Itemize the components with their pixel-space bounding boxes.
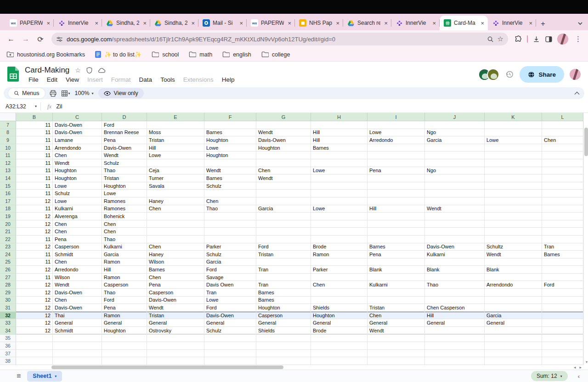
- row-header-26[interactable]: 26: [0, 266, 16, 274]
- cell-F25[interactable]: Garcia: [204, 258, 256, 266]
- cell-H36[interactable]: [311, 342, 368, 350]
- version-history-icon[interactable]: [505, 70, 514, 79]
- cell-E21[interactable]: [147, 228, 204, 236]
- zoom-select[interactable]: 100% ▾: [75, 90, 94, 96]
- cell-E17[interactable]: Haney: [147, 197, 204, 205]
- row-header-8[interactable]: 8: [0, 129, 16, 137]
- cell-G37[interactable]: [256, 350, 311, 358]
- cell-K23[interactable]: Schultz: [485, 243, 542, 251]
- print-icon[interactable]: [50, 90, 57, 97]
- cell-D21[interactable]: Chen: [102, 228, 147, 236]
- row-header-35[interactable]: 35: [0, 335, 16, 343]
- bookmark-item[interactable]: school: [152, 51, 179, 58]
- menu-file[interactable]: File: [25, 76, 42, 84]
- row-header-34[interactable]: 34: [0, 327, 16, 335]
- cell-D23[interactable]: Kulkarni: [102, 243, 147, 251]
- cell-D30[interactable]: Ford: [102, 297, 147, 304]
- expand-side-panel-chevron-icon[interactable]: ‹: [578, 373, 580, 380]
- cell-E24[interactable]: Haney: [147, 251, 204, 258]
- cell-H16[interactable]: [311, 190, 368, 197]
- browser-menu-icon[interactable]: ⋮: [573, 35, 583, 43]
- tab-close-icon[interactable]: ×: [383, 20, 389, 27]
- url-text[interactable]: docs.google.com/spreadsheets/d/16Tjlr1Ch…: [67, 36, 483, 43]
- cell-K32[interactable]: Garcia: [485, 312, 542, 320]
- cell-J32[interactable]: Hill: [425, 312, 485, 320]
- cell-H35[interactable]: [311, 335, 368, 343]
- menu-help[interactable]: Help: [218, 76, 238, 84]
- cell-G18[interactable]: Garcia: [256, 205, 311, 213]
- cell-E36[interactable]: [147, 342, 204, 350]
- cell-F33[interactable]: General: [204, 319, 256, 327]
- column-header-J[interactable]: J: [425, 113, 485, 121]
- cell-J33[interactable]: General: [425, 319, 485, 327]
- cell-G27[interactable]: [256, 274, 311, 281]
- horizontal-scroll-arrows[interactable]: ◂▸: [574, 365, 582, 370]
- tab-close-icon[interactable]: ×: [142, 20, 147, 27]
- cell-F30[interactable]: Lowe: [204, 297, 256, 304]
- cell-J22[interactable]: [425, 236, 485, 243]
- row-header-21[interactable]: 21: [0, 228, 16, 236]
- cell-C26[interactable]: Arredondo: [53, 266, 102, 274]
- cell-I10[interactable]: [368, 144, 425, 152]
- cell-L13[interactable]: [542, 167, 583, 175]
- cell-K15[interactable]: [485, 182, 542, 190]
- cell-G25[interactable]: [256, 258, 311, 266]
- cell-H19[interactable]: [311, 213, 368, 220]
- new-tab-button[interactable]: +: [536, 19, 550, 30]
- cell-J29[interactable]: [425, 289, 485, 297]
- row-header-11[interactable]: 11: [0, 152, 16, 159]
- column-header-K[interactable]: K: [485, 113, 542, 121]
- cell-F9[interactable]: Houghton: [204, 136, 256, 144]
- cell-H23[interactable]: Brode: [311, 243, 368, 251]
- cell-F20[interactable]: [204, 220, 256, 228]
- cell-C24[interactable]: Schmidt: [53, 251, 102, 258]
- row-header-30[interactable]: 30: [0, 297, 16, 304]
- cell-B11[interactable]: 11: [16, 152, 53, 159]
- cell-E14[interactable]: Turner: [147, 174, 204, 182]
- cell-L31[interactable]: [542, 304, 583, 312]
- horizontal-scrollbar-thumb[interactable]: [51, 365, 283, 369]
- cell-J34[interactable]: [425, 327, 485, 335]
- cell-C9[interactable]: Lamane: [53, 136, 102, 144]
- cell-H33[interactable]: General: [311, 319, 368, 327]
- cell-I19[interactable]: [368, 213, 425, 220]
- cell-B33[interactable]: 12: [16, 319, 53, 327]
- row-header-23[interactable]: 23: [0, 243, 16, 251]
- cell-K10[interactable]: [485, 144, 542, 152]
- cell-B27[interactable]: 11: [16, 274, 53, 281]
- cell-H25[interactable]: [311, 258, 368, 266]
- cell-D20[interactable]: Chen: [102, 220, 147, 228]
- cell-D15[interactable]: Houghton: [102, 182, 147, 190]
- all-sheets-menu-icon[interactable]: ≡: [17, 372, 21, 380]
- cell-I8[interactable]: Lowe: [368, 129, 425, 137]
- cell-J21[interactable]: [425, 228, 485, 236]
- cell-C32[interactable]: Thai: [53, 312, 102, 320]
- cell-L24[interactable]: Barnes: [542, 251, 583, 258]
- cell-D26[interactable]: Hill: [102, 266, 147, 274]
- cell-C25[interactable]: Chen: [53, 258, 102, 266]
- cell-J36[interactable]: [425, 342, 485, 350]
- cell-D32[interactable]: Ramon: [102, 312, 147, 320]
- cell-J17[interactable]: [425, 197, 485, 205]
- row-header-27[interactable]: 27: [0, 274, 16, 281]
- cell-K12[interactable]: [485, 159, 542, 167]
- tab-search-chevron-icon[interactable]: [577, 20, 583, 30]
- cell-I7[interactable]: [368, 121, 425, 129]
- scroll-left-arrow-icon[interactable]: ◂: [574, 365, 576, 370]
- cell-I17[interactable]: [368, 197, 425, 205]
- cell-C18[interactable]: Kulkarni: [53, 205, 102, 213]
- cell-L17[interactable]: [542, 197, 583, 205]
- cell-I37[interactable]: [368, 350, 425, 358]
- cell-B7[interactable]: 11: [16, 121, 53, 129]
- row-header-9[interactable]: 9: [0, 136, 16, 144]
- browser-tab-active[interactable]: Card-Ma×: [440, 16, 488, 30]
- cell-B14[interactable]: 11: [16, 174, 53, 182]
- cell-B30[interactable]: 12: [16, 297, 53, 304]
- cell-L20[interactable]: [542, 220, 583, 228]
- cell-J26[interactable]: Blank: [425, 266, 485, 274]
- cell-B12[interactable]: 11: [16, 159, 53, 167]
- cell-K16[interactable]: [485, 190, 542, 197]
- cell-K38[interactable]: [485, 357, 542, 365]
- cell-B21[interactable]: 12: [16, 228, 53, 236]
- cell-G19[interactable]: [256, 213, 311, 220]
